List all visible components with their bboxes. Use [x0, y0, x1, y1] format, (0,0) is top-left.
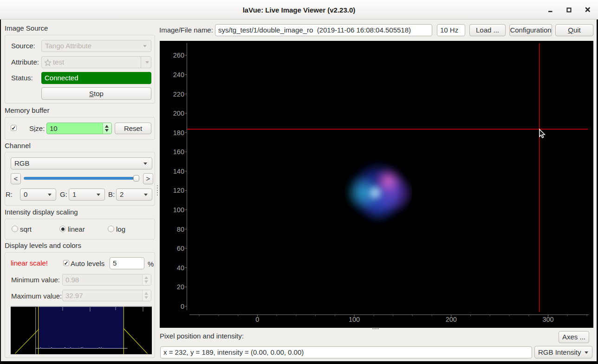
svg-text:160: 160 [173, 148, 184, 156]
svg-text:60: 60 [177, 245, 184, 252]
svg-text:200: 200 [173, 110, 184, 117]
svg-text:220: 220 [173, 91, 184, 98]
svg-text:120: 120 [173, 187, 184, 194]
svg-text:20: 20 [177, 283, 184, 291]
svg-text:200: 200 [446, 316, 457, 323]
svg-text:100: 100 [349, 316, 360, 323]
svg-text:300: 300 [542, 316, 553, 323]
svg-text:100: 100 [173, 206, 184, 214]
svg-text:240: 240 [173, 71, 184, 78]
svg-text:140: 140 [173, 168, 184, 175]
svg-text:0: 0 [255, 316, 259, 323]
svg-text:180: 180 [173, 129, 184, 136]
svg-text:40: 40 [177, 264, 184, 272]
svg-text:0: 0 [181, 303, 184, 310]
svg-text:80: 80 [177, 226, 184, 233]
svg-text:260: 260 [173, 52, 184, 59]
